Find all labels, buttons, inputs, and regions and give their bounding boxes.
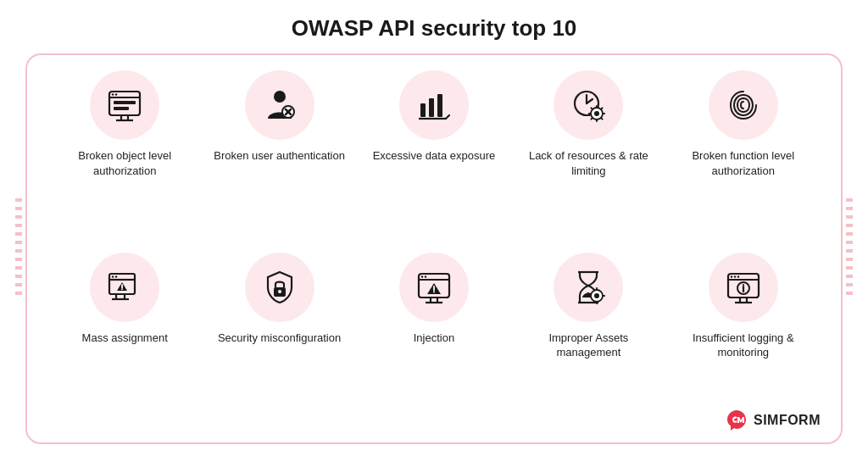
icon-broken-object (90, 70, 159, 140)
label-mass-assignment: Mass assignment (82, 331, 168, 346)
row-1: Broken object level authorization Broke (47, 70, 821, 249)
item-security-misconfig: Security misconfiguration (208, 253, 352, 346)
svg-point-22 (594, 111, 599, 116)
svg-line-27 (592, 108, 593, 108)
simform-logo-text: SIMFORM (754, 413, 821, 428)
label-insufficient-logging: Insufficient logging & monitoring (671, 331, 815, 360)
item-lack-resources: Lack of resources & rate limiting (516, 70, 660, 178)
icon-injection (399, 253, 469, 322)
svg-line-28 (602, 118, 603, 119)
page-wrapper: OWASP API security top 10 (0, 0, 868, 456)
label-security-misconfig: Security misconfiguration (218, 331, 341, 346)
svg-line-30 (592, 118, 593, 119)
svg-line-29 (602, 108, 603, 108)
item-mass-assignment: Mass assignment (53, 253, 197, 346)
item-excessive-data: Excessive data exposure (362, 70, 506, 164)
svg-point-47 (433, 291, 435, 292)
svg-rect-13 (420, 103, 426, 117)
svg-point-41 (278, 290, 281, 293)
row-2: Mass assignment Security misconfiguratio… (47, 253, 821, 431)
label-improper-assets: Improper Assets management (516, 331, 660, 360)
svg-rect-15 (437, 94, 442, 117)
item-broken-function: Broken function level authorization (671, 70, 815, 178)
icon-security-misconfig (245, 253, 314, 322)
item-insufficient-logging: Insufficient logging & monitoring (671, 253, 815, 360)
item-broken-user-auth: Broken user authentication (208, 70, 352, 164)
svg-line-17 (446, 115, 449, 119)
label-broken-object: Broken object level authorization (53, 148, 197, 178)
icon-broken-user-auth (245, 70, 314, 140)
label-broken-function: Broken function level authorization (671, 148, 815, 178)
label-excessive-data: Excessive data exposure (373, 148, 496, 164)
item-injection: Injection (362, 253, 506, 346)
icon-insufficient-logging (709, 253, 778, 322)
svg-point-54 (594, 293, 599, 298)
label-injection: Injection (414, 331, 454, 346)
svg-rect-4 (114, 101, 136, 104)
icon-improper-assets (554, 253, 623, 322)
item-broken-object: Broken object level authorization (53, 70, 197, 178)
svg-point-9 (274, 91, 286, 103)
icon-broken-function (709, 70, 778, 140)
svg-rect-14 (429, 98, 434, 117)
label-lack-resources: Lack of resources & rate limiting (516, 148, 660, 178)
item-improper-assets: Improper Assets management (516, 253, 660, 360)
simform-logo: SIMFORM (725, 409, 821, 432)
icon-lack-resources (554, 70, 623, 140)
svg-point-36 (121, 288, 123, 290)
icon-excessive-data (399, 70, 469, 140)
svg-rect-5 (114, 107, 129, 110)
icon-mass-assignment (90, 253, 159, 322)
page-title: OWASP API security top 10 (292, 15, 577, 42)
label-broken-user-auth: Broken user authentication (214, 148, 345, 164)
main-card: Broken object level authorization Broke (25, 53, 843, 444)
svg-point-66 (743, 283, 744, 285)
